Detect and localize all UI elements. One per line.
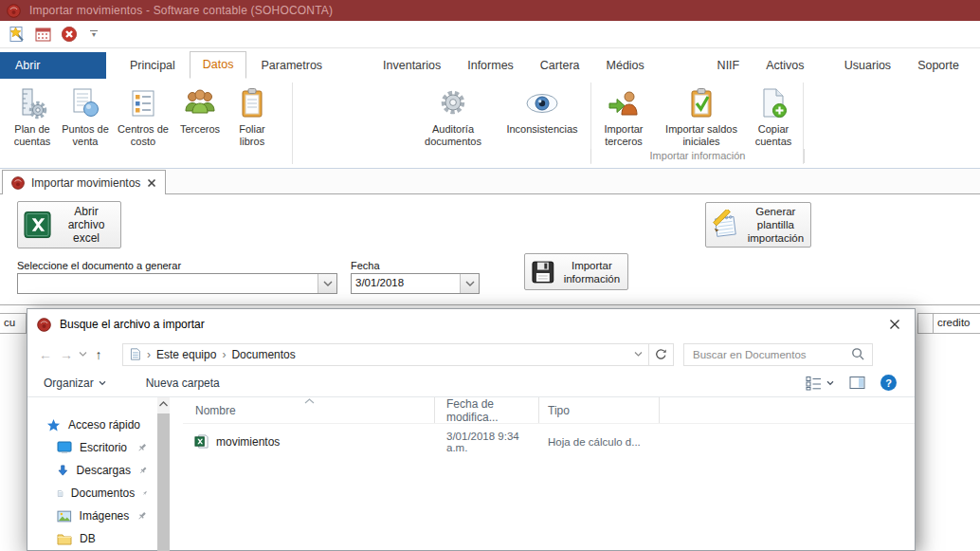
floppy-disk-icon — [531, 260, 555, 285]
tab-niif[interactable]: NIIF — [705, 53, 753, 79]
address-dropdown-chevron-icon[interactable] — [634, 351, 643, 358]
organize-menu[interactable]: Organizar — [44, 377, 106, 390]
recent-locations-chevron-icon[interactable] — [77, 343, 88, 366]
folder-icon — [57, 532, 72, 545]
close-icon[interactable] — [884, 314, 905, 335]
column-header-extra[interactable] — [660, 397, 915, 423]
auditoria-documentos-button[interactable]: Auditoría documentos — [409, 83, 497, 159]
grid-top-border — [0, 304, 980, 305]
breadcrumb-documentos[interactable]: Documentos — [231, 348, 295, 361]
sidebar-scrollbar[interactable] — [157, 397, 170, 551]
breadcrumb-separator: › — [222, 348, 226, 361]
grid-header-cuenta[interactable]: cu — [0, 313, 27, 334]
importar-terceros-button[interactable]: Importar terceros — [595, 83, 652, 159]
chart-of-accounts-icon — [8, 83, 57, 123]
puntos-de-venta-button[interactable]: Puntos de venta — [59, 83, 112, 159]
tab-inventarios[interactable]: Inventarios — [371, 53, 453, 79]
sidebar-item-db[interactable]: DB — [27, 527, 157, 550]
fecha-value: 3/01/2018 — [352, 274, 460, 293]
abrir-archivo-excel-button[interactable]: Abrir archivo excel — [17, 201, 121, 248]
importar-saldos-iniciales-button[interactable]: Importar saldos iniciales — [657, 83, 746, 159]
sidebar-item-escritorio[interactable]: Escritorio — [27, 436, 157, 459]
preview-pane-button[interactable] — [849, 376, 865, 390]
up-icon[interactable]: ↑ — [88, 343, 109, 366]
dialog-body: Acceso rápido Escritorio D — [27, 397, 915, 551]
tab-principal[interactable]: Principal — [118, 53, 188, 79]
gear-icon — [409, 83, 497, 123]
sidebar-item-imagenes[interactable]: Imágenes — [27, 505, 157, 527]
pin-icon[interactable] — [136, 442, 148, 453]
excel-file-icon — [194, 434, 209, 449]
plan-de-cuentas-button[interactable]: Plan de cuentas — [8, 83, 57, 159]
copy-document-plus-icon — [745, 83, 802, 123]
new-folder-button[interactable]: Nueva carpeta — [146, 377, 220, 390]
generar-plantilla-button[interactable]: Generar plantilla importación — [705, 202, 811, 248]
terceros-button[interactable]: Terceros — [174, 83, 226, 159]
grid-header-credito[interactable]: credito — [933, 313, 980, 334]
cancel-icon[interactable] — [61, 26, 78, 43]
app-window: Importar movimientos - Software contable… — [0, 0, 980, 551]
pin-icon[interactable] — [138, 465, 148, 476]
tab-activos-fijos[interactable]: Activos fijos — [753, 53, 830, 79]
chevron-down-icon[interactable] — [318, 274, 336, 293]
importar-informacion-label: Importar información — [562, 259, 622, 285]
customize-toolbar-dropdown-icon[interactable]: ▾ — [87, 30, 100, 38]
sidebar-item-documentos[interactable]: Documentos — [27, 482, 157, 505]
select-document-combobox[interactable] — [17, 273, 337, 294]
chevron-down-icon[interactable] — [460, 274, 479, 293]
app-logo-icon — [37, 318, 51, 332]
tab-informes[interactable]: Informes — [455, 53, 526, 79]
file-modified: 3/01/2018 9:34 a.m. — [435, 431, 539, 453]
view-mode-button[interactable] — [806, 376, 834, 391]
close-icon[interactable] — [147, 178, 156, 188]
search-icon — [851, 347, 865, 361]
tab-cartera[interactable]: Cartera — [528, 53, 592, 79]
list-view-icon — [806, 376, 822, 391]
column-header-nombre[interactable]: Nombre — [183, 397, 435, 423]
document-tab-strip: Importar movimientos — [0, 169, 980, 194]
fecha-label: Fecha — [351, 260, 380, 271]
app-logo-icon — [7, 4, 21, 18]
pin-icon[interactable] — [142, 487, 148, 499]
breadcrumb-este-equipo[interactable]: Este equipo — [156, 348, 216, 361]
sidebar-item-descargas[interactable]: Descargas — [27, 459, 157, 482]
tab-datos[interactable]: Datos — [190, 51, 247, 79]
grid-header-empty[interactable] — [917, 313, 934, 334]
help-button[interactable]: ? — [880, 375, 897, 391]
window-title: Importar movimientos - Software contable… — [29, 4, 333, 17]
search-box[interactable] — [683, 343, 873, 366]
ribbon-group-label: Importar información — [590, 149, 805, 163]
back-icon[interactable]: ← — [35, 343, 56, 366]
copiar-cuentas-button[interactable]: Copiar cuentas — [745, 83, 802, 159]
chevron-down-icon — [826, 380, 834, 386]
search-input[interactable] — [691, 348, 851, 361]
centros-de-costo-button[interactable]: Centros de costo — [116, 83, 171, 159]
scroll-up-icon[interactable] — [158, 400, 169, 408]
forward-icon[interactable]: → — [56, 343, 77, 366]
file-button[interactable]: Abrir contabilidad — [0, 52, 106, 79]
tab-usuarios[interactable]: Usuarios — [832, 53, 903, 79]
importar-informacion-button[interactable]: Importar información — [524, 253, 628, 290]
tab-parametros-contables[interactable]: Parametros contables — [248, 53, 369, 79]
doc-tab-label: Importar movimientos — [31, 176, 140, 190]
tab-soporte-tecnico[interactable]: Soporte téc — [905, 53, 980, 79]
people-group-icon — [174, 83, 226, 123]
wizard-icon[interactable] — [8, 26, 25, 43]
tab-medios-magneticos[interactable]: Médios magnéticos — [594, 53, 703, 79]
foliar-libros-button[interactable]: Foliar libros — [227, 83, 277, 159]
sidebar-item-acceso-rapido[interactable]: Acceso rápido — [27, 413, 157, 436]
inconsistencias-button[interactable]: Inconsistencias — [497, 83, 588, 159]
refresh-icon[interactable] — [649, 343, 674, 366]
calendar-icon[interactable] — [34, 26, 51, 43]
open-file-dialog: Busque el archivo a importar ← → ↑ › — [27, 308, 916, 551]
file-row-movimientos[interactable]: movimientos 3/01/2018 9:34 a.m. Hoja de … — [183, 430, 915, 453]
fecha-combobox[interactable]: 3/01/2018 — [351, 273, 480, 294]
pin-icon[interactable] — [136, 510, 148, 522]
generar-plantilla-label: Generar plantilla importación — [747, 205, 805, 245]
doc-tab-importar-movimientos[interactable]: Importar movimientos — [2, 170, 166, 194]
scrollbar-thumb[interactable] — [157, 413, 170, 551]
abrir-archivo-excel-label: Abrir archivo excel — [58, 205, 115, 245]
address-bar[interactable]: › Este equipo › Documentos — [122, 343, 649, 366]
column-header-tipo[interactable]: Tipo — [539, 397, 660, 423]
column-header-fecha[interactable]: Fecha de modifica... — [435, 397, 539, 423]
